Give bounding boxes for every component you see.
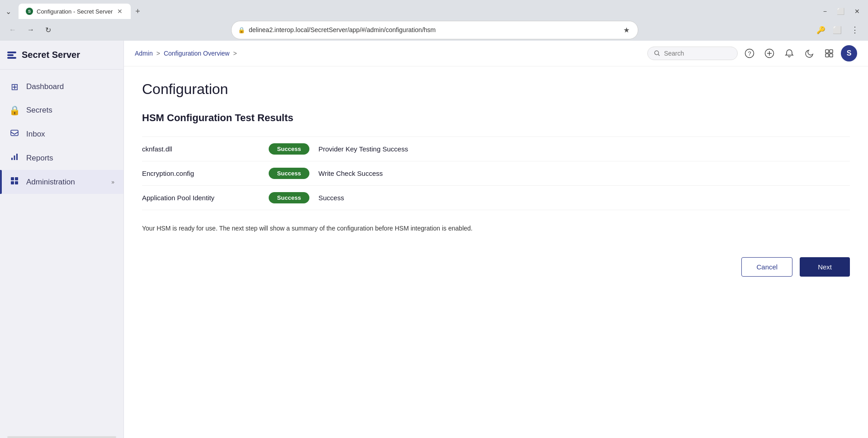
- dark-mode-btn[interactable]: [801, 45, 817, 61]
- test-message-1: Write Check Success: [318, 170, 383, 177]
- test-message-2: Success: [318, 194, 344, 202]
- add-btn[interactable]: [761, 45, 778, 61]
- test-name-2: Application Pool Identity: [142, 194, 269, 202]
- svg-rect-3: [16, 154, 18, 160]
- test-name-0: cknfast.dll: [142, 145, 269, 153]
- inbox-icon: [9, 128, 20, 140]
- topbar-actions: ? S: [647, 45, 857, 61]
- extensions-btn[interactable]: 🔑: [815, 24, 827, 36]
- logo-text: Secret Server: [22, 50, 80, 60]
- table-row: Encryption.config Success Write Check Su…: [142, 161, 850, 186]
- breadcrumb-config-overview[interactable]: Configuration Overview: [164, 50, 230, 57]
- maximize-btn[interactable]: ⬜: [832, 6, 849, 17]
- svg-rect-7: [15, 181, 18, 184]
- action-buttons: Cancel Next: [142, 250, 850, 277]
- test-message-0: Provider Key Testing Success: [318, 145, 408, 153]
- test-badge-2: Success: [269, 192, 309, 203]
- refresh-btn[interactable]: ↻: [42, 24, 55, 36]
- address-bar: ← → ↻ 🔒 delinea2.interop.local/SecretSer…: [0, 19, 868, 41]
- svg-rect-15: [825, 50, 829, 53]
- sidebar-logo: Secret Server: [0, 41, 123, 70]
- tab-favicon: S: [26, 8, 33, 15]
- table-row: Application Pool Identity Success Succes…: [142, 186, 850, 210]
- sidebar: Secret Server ⊞ Dashboard 🔒 Secrets Inbo…: [0, 41, 124, 438]
- secrets-icon: 🔒: [9, 105, 20, 116]
- moon-icon: [804, 48, 814, 58]
- breadcrumb-sep-2: >: [233, 50, 237, 57]
- active-tab: S Configuration - Secret Server ✕: [19, 4, 131, 19]
- search-icon: [654, 50, 660, 57]
- svg-rect-4: [11, 177, 14, 180]
- page-content: Configuration HSM Configuration Test Res…: [124, 66, 868, 438]
- breadcrumb-sep-1: >: [157, 50, 160, 57]
- svg-rect-6: [11, 181, 14, 184]
- help-btn[interactable]: ?: [741, 45, 758, 61]
- add-icon: [764, 48, 774, 58]
- minimize-btn[interactable]: −: [819, 6, 831, 17]
- search-input[interactable]: [664, 50, 731, 57]
- table-row: cknfast.dll Success Provider Key Testing…: [142, 137, 850, 161]
- layout-icon: [824, 48, 834, 58]
- sidebar-item-secrets[interactable]: 🔒 Secrets: [0, 99, 123, 122]
- svg-rect-1: [11, 158, 13, 160]
- bookmark-btn[interactable]: ★: [621, 24, 631, 36]
- svg-rect-16: [830, 50, 833, 53]
- test-badge-1: Success: [269, 168, 309, 179]
- test-results: cknfast.dll Success Provider Key Testing…: [142, 137, 850, 210]
- browser-menu-btn[interactable]: ⋮: [847, 23, 863, 37]
- address-bar-input-wrap: 🔒 delinea2.interop.local/SecretServer/ap…: [231, 21, 638, 39]
- main-content: Admin > Configuration Overview > ?: [124, 41, 868, 438]
- svg-rect-5: [15, 177, 18, 180]
- address-actions: ★: [621, 24, 631, 36]
- logo-icon: [7, 52, 16, 59]
- active-indicator: [0, 170, 2, 194]
- layout-btn[interactable]: [821, 45, 837, 61]
- window-controls: − ⬜ ✕: [819, 6, 864, 17]
- svg-line-9: [658, 54, 659, 56]
- address-security-icon: 🔒: [238, 27, 245, 33]
- sidebar-item-label: Inbox: [26, 130, 114, 139]
- sidebar-item-label: Reports: [26, 154, 114, 163]
- topbar: Admin > Configuration Overview > ?: [124, 41, 868, 66]
- address-text: delinea2.interop.local/SecretServer/app/…: [249, 26, 618, 33]
- cancel-button[interactable]: Cancel: [741, 257, 792, 277]
- sidebar-item-inbox[interactable]: Inbox: [0, 122, 123, 146]
- svg-point-8: [655, 51, 659, 55]
- reports-icon: [9, 152, 20, 164]
- page-title: Configuration: [142, 81, 850, 98]
- breadcrumb-admin[interactable]: Admin: [135, 50, 153, 57]
- sidebar-nav: ⊞ Dashboard 🔒 Secrets Inbox: [0, 70, 123, 436]
- section-title: HSM Configuration Test Results: [142, 112, 850, 124]
- user-avatar[interactable]: S: [841, 45, 857, 61]
- sidebar-item-reports[interactable]: Reports: [0, 146, 123, 170]
- tab-bar: ⌄ S Configuration - Secret Server ✕ + − …: [0, 0, 868, 19]
- new-tab-btn[interactable]: +: [133, 6, 143, 17]
- scroll-indicator: [7, 436, 116, 438]
- svg-rect-18: [830, 54, 833, 57]
- sidebar-item-label: Dashboard: [26, 82, 114, 91]
- forward-btn[interactable]: →: [24, 24, 38, 36]
- close-btn[interactable]: ✕: [850, 6, 864, 17]
- tab-close-btn[interactable]: ✕: [116, 8, 123, 15]
- tab-controls-left: ⌄: [4, 6, 13, 17]
- notifications-btn[interactable]: [781, 45, 797, 61]
- sidebar-item-dashboard[interactable]: ⊞ Dashboard: [0, 75, 123, 99]
- administration-icon: [9, 176, 20, 188]
- sidebar-item-label: Administration: [26, 178, 105, 187]
- svg-rect-2: [14, 155, 15, 160]
- expand-icon: »: [111, 179, 114, 185]
- bell-icon: [784, 48, 794, 58]
- tab-list-btn[interactable]: ⌄: [4, 6, 13, 17]
- search-box[interactable]: [647, 47, 738, 60]
- info-message: Your HSM is ready for use. The next step…: [142, 225, 850, 232]
- next-button[interactable]: Next: [800, 257, 850, 277]
- back-btn[interactable]: ←: [5, 24, 20, 36]
- sidebar-item-administration[interactable]: Administration »: [0, 170, 123, 194]
- svg-rect-17: [825, 54, 829, 57]
- help-icon: ?: [745, 48, 754, 58]
- breadcrumb: Admin > Configuration Overview >: [135, 50, 642, 57]
- sidebar-toggle-btn[interactable]: ⬜: [831, 24, 844, 36]
- test-name-1: Encryption.config: [142, 170, 269, 177]
- sidebar-item-label: Secrets: [26, 106, 114, 115]
- dashboard-icon: ⊞: [9, 81, 20, 92]
